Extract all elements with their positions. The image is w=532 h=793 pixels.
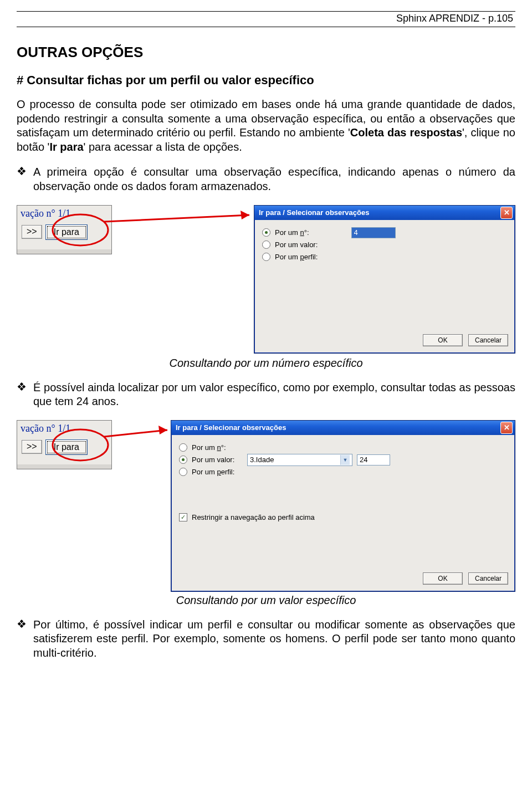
divider: [17, 464, 111, 469]
figure-2-caption: Consultando por um valor específico: [17, 594, 515, 607]
radio-por-valor[interactable]: [262, 241, 270, 249]
bullet-icon: ❖: [17, 618, 27, 661]
svg-marker-5: [158, 426, 167, 434]
bullet-1: A primeira opção é consultar uma observa…: [33, 165, 515, 193]
divider: [17, 249, 111, 254]
cancel-button[interactable]: Cancelar: [468, 334, 508, 346]
goto-dialog-1: Ir para / Selecionar observações ✕ Por u…: [254, 205, 515, 354]
radio-por-perfil-label: Por um perfil:: [192, 468, 234, 476]
bullet-3: Por último, é possível indicar um perfil…: [33, 618, 515, 661]
irpara-button[interactable]: Ir para: [45, 224, 88, 240]
intro-bold-1: Coleta das respostas: [350, 126, 462, 139]
dialog-title: Ir para / Selecionar observações: [259, 208, 500, 217]
cancel-button[interactable]: Cancelar: [468, 572, 508, 585]
radio-por-valor-label: Por um valor:: [192, 456, 243, 464]
svg-marker-2: [241, 211, 249, 219]
value-input[interactable]: [357, 454, 390, 465]
radio-por-valor-label: Por um valor:: [275, 241, 318, 249]
restrict-checkbox[interactable]: [179, 513, 187, 521]
svg-line-1: [104, 215, 249, 222]
intro-paragraph: O processo de consulta pode ser otimizad…: [17, 98, 515, 154]
next-button[interactable]: >>: [22, 225, 42, 239]
subsection-title: # Consultar fichas por um perfil ou valo…: [17, 73, 515, 88]
radio-por-num[interactable]: [179, 443, 187, 452]
field-select-value: 3.Idade: [250, 456, 274, 464]
dialog-title: Ir para / Selecionar observações: [176, 423, 500, 432]
figure-1-caption: Consultando por um número específico: [17, 357, 515, 370]
radio-por-perfil-label: Por um perfil:: [275, 253, 318, 261]
next-button[interactable]: >>: [22, 440, 42, 454]
irpara-snippet: vação n° 1/1 >> Ir para: [17, 205, 112, 254]
goto-dialog-2: Ir para / Selecionar observações ✕ Por u…: [171, 420, 515, 592]
bullet-icon: ❖: [17, 381, 27, 409]
obs-counter: vação n° 1/1: [17, 206, 111, 219]
chevron-down-icon: ▼: [340, 455, 350, 465]
figure-1: vação n° 1/1 >> Ir para Ir para / Seleci…: [17, 205, 515, 349]
radio-por-num-label: Por um n°:: [275, 228, 309, 237]
intro-text-post: ' para acessar a lista de opções.: [84, 141, 242, 153]
restrict-label: Restringir a navegação ao perfil acima: [192, 513, 315, 521]
radio-por-num-label: Por um n°:: [192, 443, 226, 452]
num-input[interactable]: [351, 227, 396, 238]
ok-button[interactable]: OK: [423, 334, 463, 346]
close-icon[interactable]: ✕: [500, 422, 513, 434]
bullet-icon: ❖: [17, 165, 27, 193]
ok-button[interactable]: OK: [423, 572, 463, 585]
intro-bold-2: Ir para: [49, 141, 83, 153]
radio-por-valor[interactable]: [179, 456, 187, 464]
close-icon[interactable]: ✕: [500, 207, 513, 219]
radio-por-perfil[interactable]: [262, 253, 270, 261]
svg-line-4: [104, 430, 167, 437]
bullet-2: É possível ainda localizar por um valor …: [33, 381, 515, 409]
page-header: Sphinx APRENDIZ - p.105: [17, 11, 515, 27]
radio-por-num[interactable]: [262, 228, 270, 237]
irpara-button[interactable]: Ir para: [45, 439, 88, 455]
irpara-snippet-2: vação n° 1/1 >> Ir para: [17, 420, 112, 469]
obs-counter: vação n° 1/1: [17, 421, 111, 434]
section-title: OUTRAS OPÇÕES: [17, 44, 515, 61]
radio-por-perfil[interactable]: [179, 468, 187, 476]
field-select[interactable]: 3.Idade ▼: [247, 454, 352, 466]
figure-2: vação n° 1/1 >> Ir para Ir para / Seleci…: [17, 420, 515, 586]
